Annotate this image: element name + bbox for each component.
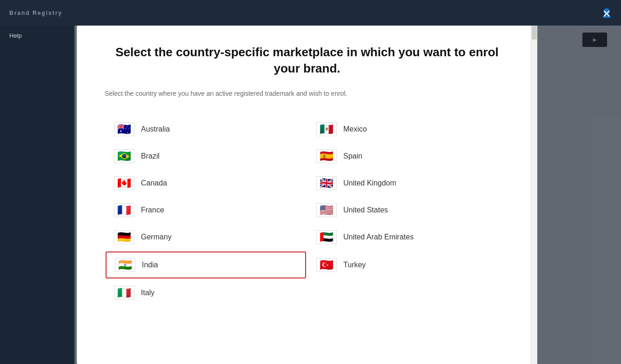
- country-name-brazil: Brazil: [141, 152, 160, 160]
- country-name-india: India: [142, 261, 158, 269]
- country-item-india[interactable]: 🇮🇳 India: [106, 251, 306, 278]
- scroll-indicator: [531, 26, 537, 364]
- modal-subtitle: Select the country where you have an act…: [105, 90, 509, 97]
- flag-turkey: 🇹🇷: [316, 258, 337, 272]
- country-item-germany[interactable]: 🇩🇪 Germany: [105, 224, 307, 251]
- close-button[interactable]: ×: [602, 7, 611, 20]
- sidebar-item-help[interactable]: Help: [0, 26, 74, 46]
- flag-mexico: 🇲🇽: [316, 122, 337, 136]
- country-item-turkey[interactable]: 🇹🇷 Turkey: [307, 251, 509, 279]
- country-name-australia: Australia: [141, 125, 170, 133]
- country-item-brazil[interactable]: 🇧🇷 Brazil: [105, 143, 307, 170]
- top-bar: Brand Registry 👤: [0, 0, 621, 26]
- country-item-spain[interactable]: 🇪🇸 Spain: [307, 143, 509, 170]
- flag-india: 🇮🇳: [115, 258, 135, 272]
- app-logo: Brand Registry: [9, 10, 62, 16]
- modal: Select the country-specific marketplace …: [77, 26, 537, 364]
- flag-germany: 🇩🇪: [114, 230, 134, 244]
- country-item-uae[interactable]: 🇦🇪 United Arab Emirates: [307, 224, 509, 251]
- country-item-us[interactable]: 🇺🇸 United States: [307, 197, 509, 224]
- flag-uae: 🇦🇪: [316, 230, 337, 244]
- country-item-mexico[interactable]: 🇲🇽 Mexico: [307, 116, 509, 143]
- flag-brazil: 🇧🇷: [114, 149, 134, 163]
- country-name-france: France: [141, 206, 164, 214]
- country-grid: 🇦🇺 Australia 🇲🇽 Mexico 🇧🇷 Brazil 🇪🇸 Spai…: [105, 116, 509, 306]
- country-name-uk: United Kingdom: [343, 179, 396, 187]
- country-name-canada: Canada: [141, 179, 167, 187]
- modal-scroll-area[interactable]: Select the country-specific marketplace …: [77, 26, 537, 364]
- flag-spain: 🇪🇸: [316, 149, 337, 163]
- country-name-spain: Spain: [343, 152, 362, 160]
- flag-france: 🇫🇷: [114, 203, 134, 217]
- sidebar: Help: [0, 26, 74, 364]
- flag-italy: 🇮🇹: [114, 286, 134, 300]
- country-item-italy[interactable]: 🇮🇹 Italy: [105, 279, 307, 306]
- country-item-canada[interactable]: 🇨🇦 Canada: [105, 170, 307, 197]
- country-name-us: United States: [343, 206, 388, 214]
- country-name-mexico: Mexico: [343, 125, 367, 133]
- country-name-italy: Italy: [141, 289, 154, 297]
- country-name-turkey: Turkey: [343, 261, 366, 269]
- country-name-germany: Germany: [141, 233, 172, 241]
- flag-canada: 🇨🇦: [114, 176, 134, 190]
- country-name-uae: United Arab Emirates: [343, 233, 414, 241]
- flag-us: 🇺🇸: [316, 203, 337, 217]
- flag-australia: 🇦🇺: [114, 122, 134, 136]
- country-item-france[interactable]: 🇫🇷 France: [105, 197, 307, 224]
- country-item-uk[interactable]: 🇬🇧 United Kingdom: [307, 170, 509, 197]
- country-item-australia[interactable]: 🇦🇺 Australia: [105, 116, 307, 143]
- flag-uk: 🇬🇧: [316, 176, 337, 190]
- modal-title: Select the country-specific marketplace …: [105, 44, 509, 77]
